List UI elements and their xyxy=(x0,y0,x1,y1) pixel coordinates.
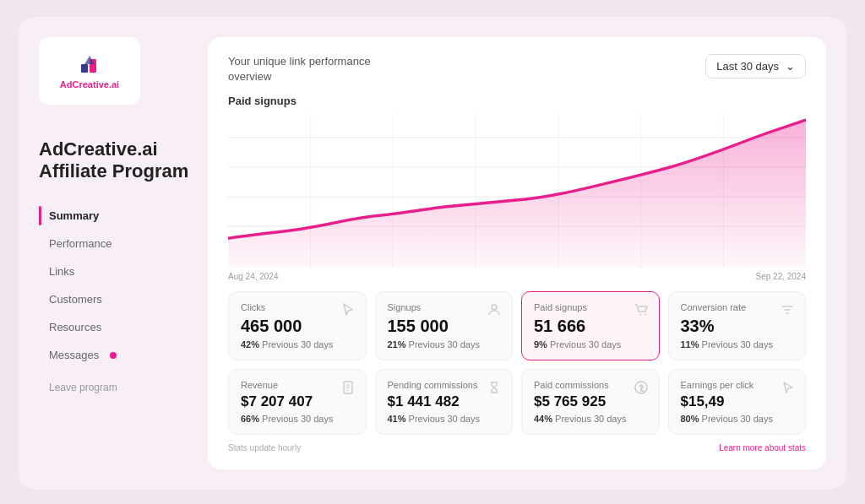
stat-value-conversion-rate: 33% xyxy=(681,316,794,336)
stat-change-earnings-per-click: 80% Previous 30 days xyxy=(681,414,794,424)
stat-label-earnings-per-click: Earnings per click xyxy=(681,380,794,390)
stat-value-paid-commissions: $5 765 925 xyxy=(534,393,647,410)
stat-label-pending-commissions: Pending commissions xyxy=(388,380,501,390)
sidebar-item-links[interactable]: Links xyxy=(39,258,208,285)
nav-items: Summary Performance Links Customers Reso… xyxy=(39,203,208,368)
stat-change-clicks: 42% Previous 30 days xyxy=(241,339,354,350)
stat-change-paid-commissions: 44% Previous 30 days xyxy=(534,414,647,424)
stat-card-pending-commissions: Pending commissions $1 441 482 41% Previ… xyxy=(375,369,514,435)
leave-program-link[interactable]: Leave program xyxy=(39,375,208,400)
svg-point-15 xyxy=(645,313,646,315)
stat-card-revenue: Revenue $7 207 407 66% Previous 30 days xyxy=(228,369,367,435)
svg-point-13 xyxy=(492,305,497,310)
performance-title: Your unique link performance overview xyxy=(228,54,371,84)
stat-card-clicks: Clicks 465 000 42% Previous 30 days xyxy=(228,291,367,360)
stat-value-signups: 155 000 xyxy=(388,316,501,336)
chart-date-start: Aug 24, 2024 xyxy=(228,272,279,281)
logo-name-text: AdCreative xyxy=(60,79,109,89)
sidebar-item-messages[interactable]: Messages xyxy=(39,342,208,368)
logo-suffix-text: .ai xyxy=(109,79,119,89)
date-filter-label: Last 30 days xyxy=(716,60,779,73)
logo-icon xyxy=(78,52,101,76)
main-content: Your unique link performance overview La… xyxy=(208,37,826,469)
stat-change-conversion-rate: 11% Previous 30 days xyxy=(681,339,794,350)
stat-value-earnings-per-click: $15,49 xyxy=(681,393,794,410)
stat-change-revenue: 66% Previous 30 days xyxy=(241,414,354,424)
stat-label-revenue: Revenue xyxy=(241,380,354,390)
person-icon xyxy=(487,302,502,321)
main-layout: AdCreative.ai AdCreative.ai Affiliate Pr… xyxy=(39,37,826,469)
cursor-icon xyxy=(340,302,356,321)
stat-card-paid-signups: Paid signups 51 666 9% Previous 30 days xyxy=(521,291,660,360)
sidebar-item-performance[interactable]: Performance xyxy=(39,230,208,257)
chart-svg xyxy=(228,114,806,268)
stat-card-conversion-rate: Conversion rate 33% 11% Previous 30 days xyxy=(668,291,807,360)
sidebar-item-summary[interactable]: Summary xyxy=(39,203,208,229)
dollar-icon xyxy=(634,380,649,398)
stat-label-clicks: Clicks xyxy=(241,302,354,312)
stat-label-signups: Signups xyxy=(388,302,501,312)
stats-row-1: Clicks 465 000 42% Previous 30 days Sign… xyxy=(228,291,806,360)
stat-card-earnings-per-click: Earnings per click $15,49 80% Previous 3… xyxy=(668,369,807,435)
svg-point-14 xyxy=(639,313,641,315)
sidebar: AdCreative.ai AdCreative.ai Affiliate Pr… xyxy=(39,37,208,469)
click-icon xyxy=(780,380,795,398)
stat-label-paid-signups: Paid signups xyxy=(534,302,647,312)
footer-note: Stats update hourly Learn more about sta… xyxy=(228,443,806,453)
sidebar-item-customers[interactable]: Customers xyxy=(39,286,208,312)
logo-box: AdCreative.ai xyxy=(39,37,140,105)
cart-icon xyxy=(634,302,649,321)
hourglass-icon xyxy=(487,380,502,398)
stat-value-paid-signups: 51 666 xyxy=(534,316,647,336)
date-filter-dropdown[interactable]: Last 30 days ⌄ xyxy=(705,54,806,79)
content-header: Your unique link performance overview La… xyxy=(228,54,806,84)
chart-dates: Aug 24, 2024 Sep 22, 2024 xyxy=(228,272,806,281)
stats-update-note: Stats update hourly xyxy=(228,443,301,453)
stat-value-revenue: $7 207 407 xyxy=(241,393,354,410)
chart-date-end: Sep 22, 2024 xyxy=(756,272,807,281)
receipt-icon xyxy=(340,380,356,398)
stat-card-signups: Signups 155 000 21% Previous 30 days xyxy=(375,291,514,360)
learn-more-link[interactable]: Learn more about stats xyxy=(719,443,806,453)
chevron-down-icon: ⌄ xyxy=(786,60,795,73)
stats-row-2: Revenue $7 207 407 66% Previous 30 days … xyxy=(228,369,806,435)
filter-icon xyxy=(780,302,795,321)
page-title: AdCreative.ai Affiliate Program xyxy=(39,122,208,182)
logo-text: AdCreative.ai xyxy=(60,79,119,89)
messages-dot xyxy=(110,352,117,359)
stat-change-paid-signups: 9% Previous 30 days xyxy=(534,339,647,350)
stat-value-pending-commissions: $1 441 482 xyxy=(388,393,501,410)
sidebar-item-resources[interactable]: Resources xyxy=(39,314,208,340)
stat-value-clicks: 465 000 xyxy=(241,316,354,336)
stat-change-pending-commissions: 41% Previous 30 days xyxy=(388,414,501,424)
stat-label-conversion-rate: Conversion rate xyxy=(681,302,794,312)
stat-label-paid-commissions: Paid commissions xyxy=(534,380,647,390)
chart-container xyxy=(228,114,806,268)
svg-rect-0 xyxy=(81,64,88,73)
stat-change-signups: 21% Previous 30 days xyxy=(388,339,501,350)
outer-card: AdCreative.ai AdCreative.ai Affiliate Pr… xyxy=(19,17,846,490)
stat-card-paid-commissions: Paid commissions $5 765 925 44% Previous… xyxy=(521,369,660,435)
chart-section-label: Paid signups xyxy=(228,95,806,107)
